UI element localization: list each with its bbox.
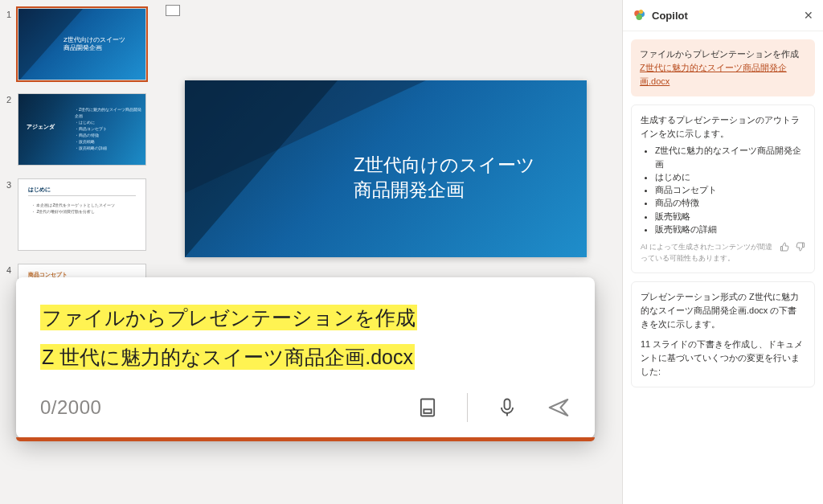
copilot-prompt-card: ファイルからプレゼンテーションを作成 Z世代に魅力的なスイーツ商品開発企画.do… xyxy=(631,39,815,96)
reference-file-icon[interactable] xyxy=(416,395,440,420)
thumb3-title: はじめに xyxy=(28,186,51,194)
thumb-row-2: 2 アジェンダ ・Z世代に魅力的なスイーツ商品開発企画 ・はじめに ・商品コンセ… xyxy=(6,93,154,166)
slide-title-line2: 商品開発企画 xyxy=(354,179,465,200)
prompt-prefix: ファイルからプレゼンテーションを作成 xyxy=(640,49,799,59)
current-slide[interactable]: Z世代向けのスイーツ 商品開発企画 xyxy=(185,80,587,257)
thumb1-title: Z世代向けのスイーツ 商品開発企画 xyxy=(63,36,136,51)
slide-thumbnail-1[interactable]: Z世代向けのスイーツ 商品開発企画 xyxy=(18,8,146,80)
outline-item: 販売戦略 xyxy=(655,210,805,223)
thumb-row-1: 1 Z世代向けのスイーツ 商品開発企画 xyxy=(6,8,154,80)
draft-p1: プレゼンテーション形式の Z世代に魅力的なスイーツ商品開発企画.docx の下書… xyxy=(641,290,805,331)
send-icon[interactable] xyxy=(547,395,571,420)
thumb3-body: ・ 本企画はZ世代をターゲットとしたスイーツ ・ Z世代の嗜好や消費行動を分析し xyxy=(31,202,115,215)
thumb-number: 3 xyxy=(6,178,18,190)
outline-item: 販売戦略の詳細 xyxy=(655,223,805,236)
thumb2-title: アジェンダ xyxy=(27,123,55,131)
svg-rect-5 xyxy=(424,409,431,413)
copilot-logo-icon xyxy=(633,8,647,23)
thumb-row-3: 3 はじめに ・ 本企画はZ世代をターゲットとしたスイーツ ・ Z世代の嗜好や消… xyxy=(6,178,154,251)
thumbs-up-icon[interactable] xyxy=(780,242,789,256)
outline-item: 商品コンセプト xyxy=(655,183,805,196)
prompt-line1: ファイルからプレゼンテーションを作成 xyxy=(40,305,417,330)
char-counter: 0/2000 xyxy=(40,396,101,419)
thumb2-list: ・Z世代に魅力的なスイーツ商品開発企画 ・はじめに ・商品コンセプト ・商品の特… xyxy=(75,106,145,151)
prompt-footer: 0/2000 xyxy=(40,393,571,422)
copilot-panel: Copilot ✕ ファイルからプレゼンテーションを作成 Z世代に魅力的なスイー… xyxy=(622,0,823,504)
copilot-draft-card: プレゼンテーション形式の Z世代に魅力的なスイーツ商品開発企画.docx の下書… xyxy=(631,281,815,387)
draft-p2: 11 スライドの下書きを作成し、ドキュメントに基づいていくつかの変更を行いました… xyxy=(641,338,805,379)
svg-point-3 xyxy=(639,10,643,14)
svg-point-2 xyxy=(637,14,643,21)
slide-title: Z世代向けのスイーツ 商品開発企画 xyxy=(354,153,563,203)
outline-item: はじめに xyxy=(655,170,805,183)
prompt-text-highlight[interactable]: ファイルからプレゼンテーションを作成 Z 世代に魅力的なスイーツ商品企画.doc… xyxy=(40,298,571,377)
copilot-brand-label: Copilot xyxy=(652,10,688,22)
copilot-body: ファイルからプレゼンテーションを作成 Z世代に魅力的なスイーツ商品開発企画.do… xyxy=(623,31,823,404)
copilot-brand: Copilot xyxy=(633,8,688,23)
slide-thumbnail-2[interactable]: アジェンダ ・Z世代に魅力的なスイーツ商品開発企画 ・はじめに ・商品コンセプト… xyxy=(18,93,146,166)
divider xyxy=(467,393,468,422)
thumb-number: 2 xyxy=(6,93,18,104)
outline-list: Z世代に魅力的なスイーツ商品開発企画 はじめに 商品コンセプト 商品の特徴 販売… xyxy=(641,144,805,236)
copilot-prompt-overlay: ファイルからプレゼンテーションを作成 Z 世代に魅力的なスイーツ商品企画.doc… xyxy=(16,277,595,438)
outline-toggle-icon[interactable] xyxy=(166,5,180,16)
copilot-outline-card: 生成するプレゼンテーションのアウトラインを次に示します。 Z世代に魅力的なスイー… xyxy=(631,104,815,273)
thumb-number: 1 xyxy=(6,8,18,19)
microphone-icon[interactable] xyxy=(495,395,519,420)
ai-disclaimer-row: AI によって生成されたコンテンツが間違っている可能性もあります。 xyxy=(641,242,805,264)
copilot-close-button[interactable]: ✕ xyxy=(804,9,813,22)
outline-intro: 生成するプレゼンテーションのアウトラインを次に示します。 xyxy=(641,113,805,141)
feedback-buttons xyxy=(780,242,805,256)
slide-thumbnail-3[interactable]: はじめに ・ 本企画はZ世代をターゲットとしたスイーツ ・ Z世代の嗜好や消費行… xyxy=(18,178,146,251)
overlay-accent-bar xyxy=(16,437,595,441)
outline-item: Z世代に魅力的なスイーツ商品開発企画 xyxy=(655,144,805,170)
slide-title-line1: Z世代向けのスイーツ xyxy=(354,154,535,175)
prompt-line2: Z 世代に魅力的なスイーツ商品企画.docx xyxy=(40,344,415,370)
thumb-number: 4 xyxy=(6,264,18,275)
copilot-header: Copilot ✕ xyxy=(623,0,823,31)
outline-item: 商品の特徴 xyxy=(655,196,805,209)
thumbs-down-icon[interactable] xyxy=(796,242,805,256)
prompt-file-link[interactable]: Z世代に魅力的なスイーツ商品開発企画.docx xyxy=(640,63,787,86)
svg-rect-6 xyxy=(505,399,510,409)
ai-disclaimer: AI によって生成されたコンテンツが間違っている可能性もあります。 xyxy=(641,242,773,264)
prompt-action-row xyxy=(416,393,571,422)
